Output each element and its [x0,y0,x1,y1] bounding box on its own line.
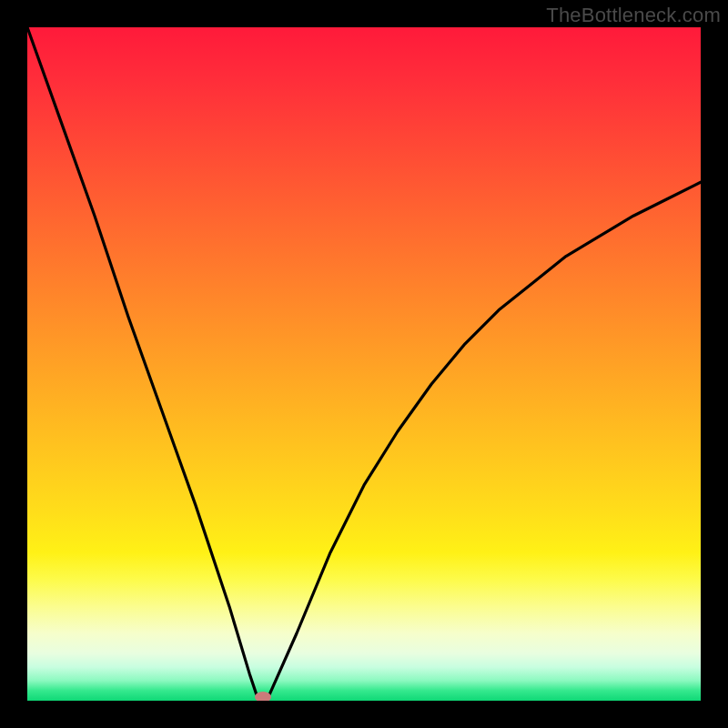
watermark-text: TheBottleneck.com [546,4,721,27]
optimal-point-marker [255,692,271,701]
plot-area [27,27,701,701]
bottleneck-curve [27,27,701,701]
chart-canvas: TheBottleneck.com [0,0,728,728]
